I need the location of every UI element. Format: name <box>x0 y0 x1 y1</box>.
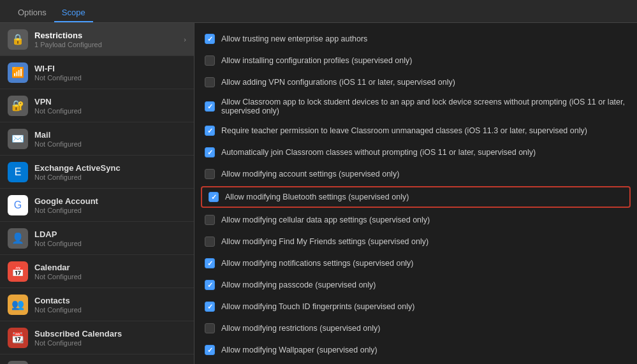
checkbox-vpn-config[interactable] <box>205 77 215 87</box>
sidebar-title-webclips: Web Clips <box>34 362 186 365</box>
restriction-item-wallpaper[interactable]: ✓Allow modifying Wallpaper (supervised o… <box>194 339 637 361</box>
sidebar-item-ldap[interactable]: 👤LDAPNot Configured <box>0 222 194 255</box>
restriction-item-bluetooth[interactable]: ✓Allow modifying Bluetooth settings (sup… <box>201 186 631 208</box>
checkbox-wallpaper[interactable]: ✓ <box>205 345 215 355</box>
restriction-item-touchid[interactable]: ✓Allow modifying Touch ID fingerprints (… <box>194 296 637 317</box>
sidebar-subtitle-subscribed: Not Configured <box>34 339 186 347</box>
checkbox-account-settings[interactable] <box>205 169 215 179</box>
restriction-item-passcode[interactable]: ✓Allow modifying passcode (supervised on… <box>194 274 637 296</box>
sidebar-title-restrictions: Restrictions <box>34 31 181 40</box>
restriction-item-classroom-join[interactable]: ✓Automatically join Classroom classes wi… <box>194 142 637 163</box>
sidebar-item-contacts[interactable]: 👥ContactsNot Configured <box>0 288 194 321</box>
restriction-label-passcode: Allow modifying passcode (supervised onl… <box>221 280 376 289</box>
restriction-label-wallpaper: Allow modifying Wallpaper (supervised on… <box>221 346 377 354</box>
restriction-label-cellular: Allow modifying cellular data app settin… <box>221 215 430 224</box>
sidebar-title-contacts: Contacts <box>34 296 186 305</box>
checkbox-notifications[interactable]: ✓ <box>205 258 215 268</box>
sidebar: 🔒Restrictions1 Payload Configured›📶WI-FI… <box>0 23 194 364</box>
restrictions-icon: 🔒 <box>8 29 28 50</box>
restriction-item-restrictions-modify[interactable]: Allow modifying restrictions (supervised… <box>194 317 637 339</box>
checkbox-classroom-permission[interactable]: ✓ <box>205 126 215 136</box>
mail-icon: ✉️ <box>8 129 28 149</box>
sidebar-item-google[interactable]: GGoogle AccountNot Configured <box>0 189 194 222</box>
google-icon: G <box>8 195 28 215</box>
sidebar-subtitle-vpn: Not Configured <box>34 107 186 115</box>
sidebar-title-subscribed: Subscribed Calendars <box>34 329 186 339</box>
main-layout: 🔒Restrictions1 Payload Configured›📶WI-FI… <box>0 23 637 364</box>
checkbox-enterprise[interactable]: ✓ <box>205 34 215 44</box>
restriction-item-cellular[interactable]: Allow modifying cellular data app settin… <box>194 209 637 231</box>
restriction-label-classroom-join: Automatically join Classroom classes wit… <box>221 148 536 157</box>
sidebar-subtitle-restrictions: 1 Payload Configured <box>34 41 181 48</box>
restriction-label-notifications: Allow modifying notifications settings (… <box>221 259 414 268</box>
sidebar-subtitle-mail: Not Configured <box>34 140 186 148</box>
header-tabs: OptionsScope <box>0 0 637 23</box>
sidebar-title-ldap: LDAP <box>34 229 186 239</box>
restriction-item-enterprise[interactable]: ✓Allow trusting new enterprise app autho… <box>194 28 637 50</box>
calendar-icon: 📅 <box>8 261 28 282</box>
sidebar-item-calendar[interactable]: 📅CalendarNot Configured <box>0 255 194 288</box>
tab-options[interactable]: Options <box>10 5 54 22</box>
chevron-icon: › <box>184 36 186 43</box>
restriction-label-classroom-lock: Allow Classroom app to lock student devi… <box>221 98 627 115</box>
restriction-item-notifications[interactable]: ✓Allow modifying notifications settings … <box>194 252 637 274</box>
sidebar-subtitle-ldap: Not Configured <box>34 240 186 247</box>
restriction-label-vpn-config: Allow adding VPN configurations (iOS 11 … <box>221 78 455 87</box>
restriction-label-account-settings: Allow modifying account settings (superv… <box>221 170 399 178</box>
ldap-icon: 👤 <box>8 228 28 249</box>
contacts-icon: 👥 <box>8 295 28 315</box>
restriction-item-config-profiles[interactable]: Allow installing configuration profiles … <box>194 50 637 71</box>
restriction-label-classroom-permission: Require teacher permission to leave Clas… <box>221 126 587 135</box>
sidebar-item-restrictions[interactable]: 🔒Restrictions1 Payload Configured› <box>0 23 194 56</box>
sidebar-title-exchange: Exchange ActiveSync <box>34 163 186 173</box>
sidebar-item-wifi[interactable]: 📶WI-FINot Configured <box>0 56 194 89</box>
exchange-icon: E <box>8 162 28 182</box>
checkbox-classroom-lock[interactable]: ✓ <box>205 101 215 112</box>
sidebar-title-calendar: Calendar <box>34 263 186 272</box>
sidebar-title-google: Google Account <box>34 196 186 206</box>
sidebar-item-webclips[interactable]: 🌐Web ClipsNot Configured <box>0 354 194 364</box>
checkbox-find-friends[interactable] <box>205 237 215 247</box>
sidebar-subtitle-contacts: Not Configured <box>34 306 186 314</box>
sidebar-subtitle-calendar: Not Configured <box>34 273 186 280</box>
restriction-item-find-friends[interactable]: Allow modifying Find My Friends settings… <box>194 231 637 252</box>
restriction-label-restrictions-modify: Allow modifying restrictions (supervised… <box>221 324 380 333</box>
checkbox-cellular[interactable] <box>205 215 215 225</box>
subscribed-icon: 📆 <box>8 328 28 348</box>
sidebar-title-vpn: VPN <box>34 97 186 106</box>
restriction-item-vpn-config[interactable]: Allow adding VPN configurations (iOS 11 … <box>194 71 637 93</box>
restriction-label-touchid: Allow modifying Touch ID fingerprints (s… <box>221 302 414 311</box>
sidebar-title-wifi: WI-FI <box>34 64 186 73</box>
sidebar-item-subscribed[interactable]: 📆Subscribed CalendarsNot Configured <box>0 321 194 354</box>
sidebar-item-vpn[interactable]: 🔐VPNNot Configured <box>0 89 194 122</box>
vpn-icon: 🔐 <box>8 96 28 116</box>
sidebar-subtitle-exchange: Not Configured <box>34 173 186 181</box>
restriction-item-classroom-lock[interactable]: ✓Allow Classroom app to lock student dev… <box>194 93 637 120</box>
webclips-icon: 🌐 <box>8 361 28 365</box>
restriction-item-classroom-permission[interactable]: ✓Require teacher permission to leave Cla… <box>194 120 637 142</box>
restriction-label-config-profiles: Allow installing configuration profiles … <box>221 56 412 65</box>
restriction-label-enterprise: Allow trusting new enterprise app author… <box>221 34 367 43</box>
wifi-icon: 📶 <box>8 62 28 83</box>
sidebar-subtitle-google: Not Configured <box>34 207 186 214</box>
sidebar-item-exchange[interactable]: EExchange ActiveSyncNot Configured <box>0 156 194 189</box>
checkbox-passcode[interactable]: ✓ <box>205 280 215 290</box>
restriction-item-hotspot[interactable]: ✓Allow modifying Personal Hotspot settin… <box>194 361 637 364</box>
checkbox-restrictions-modify[interactable] <box>205 323 215 333</box>
checkbox-classroom-join[interactable]: ✓ <box>205 147 215 157</box>
sidebar-subtitle-wifi: Not Configured <box>34 74 186 82</box>
sidebar-item-mail[interactable]: ✉️MailNot Configured <box>0 122 194 156</box>
restriction-item-account-settings[interactable]: Allow modifying account settings (superv… <box>194 163 637 185</box>
restriction-label-find-friends: Allow modifying Find My Friends settings… <box>221 237 428 246</box>
content-area: ✓Allow trusting new enterprise app autho… <box>194 23 637 364</box>
sidebar-title-mail: Mail <box>34 130 186 140</box>
checkbox-config-profiles[interactable] <box>205 55 215 66</box>
checkbox-touchid[interactable]: ✓ <box>205 302 215 312</box>
tab-scope[interactable]: Scope <box>54 5 93 22</box>
checkbox-bluetooth[interactable]: ✓ <box>209 192 219 202</box>
restriction-label-bluetooth: Allow modifying Bluetooth settings (supe… <box>225 193 409 201</box>
